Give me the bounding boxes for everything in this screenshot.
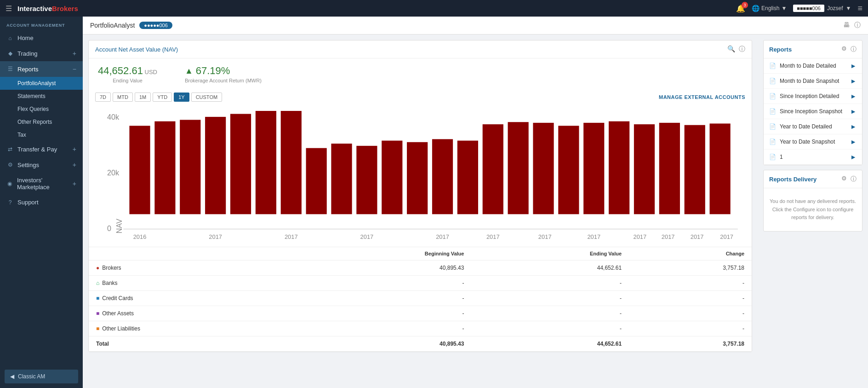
col-change: Change xyxy=(629,247,752,261)
report-label-mtd-detailed: Month to Date Detailed xyxy=(780,63,836,69)
pa-header-left: PortfolioAnalyst ●●●●●006 xyxy=(90,22,172,29)
chart-card-icons: 🔍 ⓘ xyxy=(727,45,745,53)
reports-help-icon[interactable]: ⓘ xyxy=(851,45,857,53)
report-item-si-detailed[interactable]: 📄 Since Inception Detailed ► xyxy=(764,89,862,104)
sidebar-sub-portfolio-analyst[interactable]: PortfolioAnalyst xyxy=(0,77,83,90)
svg-text:11/1: 11/1 xyxy=(721,240,732,241)
manage-external-accounts-button[interactable]: MANAGE EXTERNAL ACCOUNTS xyxy=(659,94,745,100)
svg-text:6/1: 6/1 xyxy=(541,240,549,241)
ending-value-block: 44,652.61 USD Ending Value xyxy=(98,65,157,83)
stats-row: 44,652.61 USD Ending Value ▲ 67.19% Brok… xyxy=(89,58,752,90)
pa-title: PortfolioAnalyst xyxy=(90,22,135,29)
top-navigation: ☰ InteractiveBrokers 🔔 3 🌐 English ▼ ■■■… xyxy=(0,0,868,17)
svg-rect-6 xyxy=(180,120,200,214)
btn-ytd[interactable]: YTD xyxy=(153,93,172,102)
sidebar-sub-other-reports[interactable]: Other Reports xyxy=(0,116,83,128)
report-item-ytd-detailed[interactable]: 📄 Year to Date Detailed ► xyxy=(764,119,862,134)
hamburger-icon[interactable]: ☰ xyxy=(6,4,12,13)
svg-rect-17 xyxy=(457,141,478,214)
report-label-ytd-detailed: Year to Date Detailed xyxy=(780,123,832,130)
trading-expand-icon: + xyxy=(73,50,76,57)
chart-help-icon[interactable]: ⓘ xyxy=(739,45,745,53)
sidebar-sub-tax[interactable]: Tax xyxy=(0,128,83,141)
delivery-settings-icon[interactable]: ⚙ xyxy=(841,175,847,183)
svg-text:2017: 2017 xyxy=(209,233,222,240)
credit-card-icon: ■ xyxy=(96,295,99,301)
btn-mtd[interactable]: MTD xyxy=(113,93,133,102)
main-layout: ACCOUNT MANAGEMENT ⌂ Home ◆ Trading + ☰ … xyxy=(0,17,868,388)
svg-rect-27 xyxy=(710,123,731,214)
portfolioanalyst-header: PortfolioAnalyst ●●●●●006 🖶 ⓘ xyxy=(83,17,868,35)
sidebar-item-investors-label: Investors' Marketplace xyxy=(17,177,73,191)
sidebar-item-settings[interactable]: ⚙ Settings + xyxy=(0,157,83,173)
reports-delivery-title: Reports Delivery xyxy=(769,176,817,183)
reports-delivery-card: Reports Delivery ⚙ ⓘ You do not have any… xyxy=(763,170,862,232)
svg-rect-4 xyxy=(129,126,150,214)
settings-expand-icon: + xyxy=(73,161,76,168)
row-total-name: Total xyxy=(89,336,288,352)
btn-1m[interactable]: 1M xyxy=(135,93,151,102)
sidebar-item-home[interactable]: ⌂ Home xyxy=(0,30,83,46)
row-other-liab-name: ■Other Liabilities xyxy=(89,321,288,336)
sidebar-item-investors-marketplace[interactable]: ◉ Investors' Marketplace + xyxy=(0,173,83,195)
row-other-assets-name: ■Other Assets xyxy=(89,306,288,321)
reports-collapse-icon: − xyxy=(73,65,76,73)
report-item-mtd-detailed[interactable]: 📄 Month to Date Detailed ► xyxy=(764,58,862,74)
sidebar-sub-flex-queries[interactable]: Flex Queries xyxy=(0,103,83,116)
doc-icon: 📄 xyxy=(769,154,776,160)
reports-settings-icon[interactable]: ⚙ xyxy=(841,45,847,53)
report-item-ytd-snapshot[interactable]: 📄 Year to Date Snapshot ► xyxy=(764,134,862,150)
doc-icon: 📄 xyxy=(769,78,776,84)
svg-rect-16 xyxy=(432,139,453,214)
row-total-change: 3,757.18 xyxy=(629,336,752,352)
svg-text:40k: 40k xyxy=(107,113,120,121)
report-item-mtd-snapshot-left: 📄 Month to Date Snapshot xyxy=(769,78,839,84)
chart-card-header: Account Net Asset Value (NAV) 🔍 ⓘ xyxy=(89,41,752,58)
doc-icon: 📄 xyxy=(769,63,776,69)
sidebar-item-reports[interactable]: ☰ Reports − xyxy=(0,61,83,77)
language-selector[interactable]: 🌐 English ▼ xyxy=(752,5,787,12)
ending-value: 44,652.61 xyxy=(98,65,143,76)
btn-1y[interactable]: 1Y xyxy=(174,93,189,102)
svg-text:9/1: 9/1 xyxy=(664,240,672,241)
sidebar-item-investors-left: ◉ Investors' Marketplace xyxy=(6,177,73,191)
sidebar-item-transfer-pay[interactable]: ⇄ Transfer & Pay + xyxy=(0,141,83,157)
delivery-help-icon[interactable]: ⓘ xyxy=(851,175,857,183)
svg-text:2017: 2017 xyxy=(436,233,449,240)
username: Jozsef xyxy=(827,5,843,12)
svg-text:2017: 2017 xyxy=(360,233,374,240)
reports-delivery-header: Reports Delivery ⚙ ⓘ xyxy=(764,170,862,188)
report-item-ytd-snapshot-left: 📄 Year to Date Snapshot xyxy=(769,139,835,145)
sidebar-item-trading[interactable]: ◆ Trading + xyxy=(0,46,83,61)
btn-custom[interactable]: CUSTOM xyxy=(191,93,222,102)
ending-value-row: 44,652.61 USD xyxy=(98,65,157,77)
report-item-si-snapshot[interactable]: 📄 Since Inception Snapshot ► xyxy=(764,104,862,119)
more-options-icon[interactable]: ≡ xyxy=(857,4,862,13)
sidebar-sub-statements[interactable]: Statements xyxy=(0,90,83,103)
report-item-custom-1[interactable]: 📄 1 ► xyxy=(764,150,862,165)
help-icon[interactable]: ⓘ xyxy=(854,21,861,29)
right-panel: Reports ⚙ ⓘ 📄 Month to Date Detailed ► xyxy=(758,35,868,388)
svg-text:5/1: 5/1 xyxy=(489,240,497,241)
table-row: ●Brokers 40,895.43 44,652.61 3,757.18 xyxy=(89,261,752,276)
print-icon[interactable]: 🖶 xyxy=(843,21,850,29)
search-icon[interactable]: 🔍 xyxy=(727,45,735,53)
user-menu[interactable]: ■■■■■006 Jozsef ▼ xyxy=(793,5,851,12)
btn-7d[interactable]: 7D xyxy=(95,93,111,102)
svg-text:2017: 2017 xyxy=(720,233,733,240)
classic-am-button[interactable]: ◀ Classic AM xyxy=(5,370,78,383)
banks-icon: ⌂ xyxy=(96,280,99,286)
notifications-bell[interactable]: 🔔 3 xyxy=(736,4,745,13)
svg-rect-11 xyxy=(306,148,327,214)
globe-icon: 🌐 xyxy=(752,5,760,12)
table-row: ⌂Banks - - - xyxy=(89,276,752,291)
sidebar-item-support-left: ? Support xyxy=(6,199,39,206)
svg-rect-26 xyxy=(685,125,705,214)
table-row: ■Credit Cards - - - xyxy=(89,291,752,306)
sidebar-item-transfer-left: ⇄ Transfer & Pay xyxy=(6,146,57,153)
center-panel: Account Net Asset Value (NAV) 🔍 ⓘ 44,652… xyxy=(83,35,758,388)
row-banks-change: - xyxy=(629,276,752,291)
sidebar-item-support[interactable]: ? Support xyxy=(0,195,83,210)
report-item-mtd-snapshot[interactable]: 📄 Month to Date Snapshot ► xyxy=(764,74,862,89)
report-label-custom-1: 1 xyxy=(780,154,783,160)
